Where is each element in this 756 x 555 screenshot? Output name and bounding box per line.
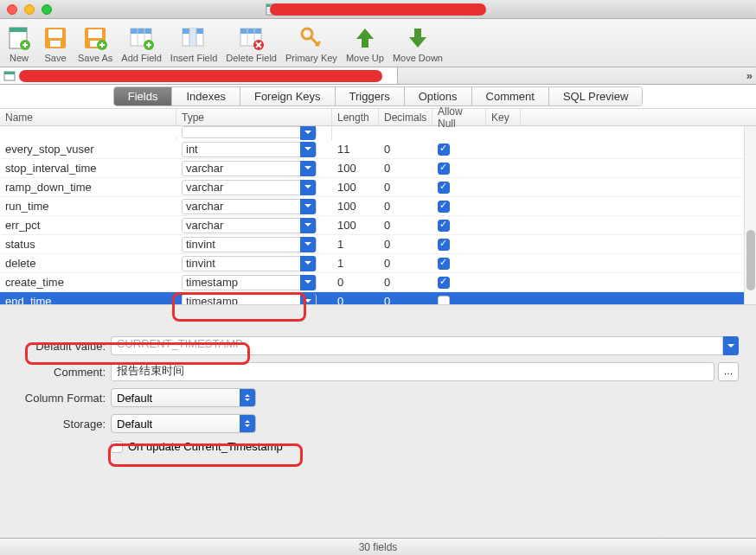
type-select[interactable]: int [182, 142, 317, 157]
default-value-dropdown[interactable] [723, 336, 739, 355]
field-decimals[interactable]: 0 [379, 141, 432, 157]
col-key[interactable]: Key [486, 109, 521, 125]
field-key[interactable] [486, 281, 521, 284]
field-key[interactable] [486, 205, 521, 208]
vertical-scrollbar[interactable] [744, 126, 756, 304]
minimize-window-button[interactable] [24, 4, 35, 15]
tab-sql-preview[interactable]: SQL Preview [549, 87, 642, 105]
field-row[interactable]: run_timevarchar1000 [0, 197, 756, 216]
field-key[interactable] [486, 224, 521, 227]
allow-null-checkbox[interactable] [438, 163, 450, 175]
deletefield-button[interactable]: Delete Field [226, 24, 277, 63]
col-name[interactable]: Name [0, 109, 176, 125]
allow-null-checkbox[interactable] [438, 201, 450, 213]
type-select[interactable]: varchar [182, 161, 317, 176]
new-button[interactable]: New [5, 24, 33, 63]
field-key[interactable] [486, 300, 521, 303]
field-row[interactable]: err_pctvarchar1000 [0, 216, 756, 235]
field-row[interactable]: every_stop_vuserint110 [0, 140, 756, 159]
fields-grid[interactable]: x every_stop_vuserint110stop_interval_ti… [0, 126, 756, 304]
tab-comment[interactable]: Comment [472, 87, 549, 105]
tab-fields[interactable]: Fields [114, 87, 173, 105]
field-name[interactable]: err_pct [0, 217, 176, 233]
field-row[interactable]: deletetinvint10 [0, 254, 756, 273]
type-select[interactable]: x [182, 126, 317, 138]
tab-triggers[interactable]: Triggers [336, 87, 405, 105]
allow-null-checkbox[interactable] [438, 239, 450, 251]
field-length[interactable]: 0 [332, 274, 379, 290]
moveup-button[interactable]: Move Up [346, 24, 384, 63]
primarykey-button[interactable]: Primary Key [285, 24, 337, 63]
col-decimals[interactable]: Decimals [379, 109, 432, 125]
field-row[interactable]: create_timetimestamp00 [0, 273, 756, 292]
field-length[interactable]: 11 [332, 141, 379, 157]
default-value-input[interactable]: CURRENT_TIMESTAMP [111, 336, 723, 355]
document-tab[interactable] [0, 67, 398, 84]
allow-null-checkbox[interactable] [438, 296, 450, 305]
field-length[interactable]: 100 [332, 217, 379, 233]
field-name[interactable]: ramp_down_time [0, 179, 176, 195]
field-row[interactable]: ramp_down_timevarchar1000 [0, 178, 756, 197]
field-decimals[interactable]: 0 [379, 293, 432, 304]
field-length[interactable]: 100 [332, 198, 379, 214]
insertfield-button[interactable]: Insert Field [170, 24, 217, 63]
type-select[interactable]: timestamp [182, 275, 317, 290]
tab-options[interactable]: Options [405, 87, 472, 105]
scroll-thumb[interactable] [746, 230, 755, 290]
field-decimals[interactable]: 0 [379, 236, 432, 252]
field-decimals[interactable]: 0 [379, 198, 432, 214]
field-length[interactable]: 0 [332, 293, 379, 304]
allow-null-checkbox[interactable] [438, 258, 450, 270]
field-row[interactable]: statustinvint10 [0, 235, 756, 254]
field-length[interactable]: 1 [332, 255, 379, 271]
field-length[interactable]: 100 [332, 179, 379, 195]
field-name[interactable]: every_stop_vuser [0, 141, 176, 157]
field-decimals[interactable]: 0 [379, 160, 432, 176]
field-decimals[interactable]: 0 [379, 255, 432, 271]
field-length[interactable]: 100 [332, 160, 379, 176]
col-type[interactable]: Type [176, 109, 332, 125]
field-row[interactable]: end_timetimestamp00 [0, 292, 756, 304]
field-name[interactable]: delete [0, 255, 176, 271]
field-decimals[interactable]: 0 [379, 179, 432, 195]
field-name[interactable]: status [0, 236, 176, 252]
field-decimals[interactable]: 0 [379, 274, 432, 290]
comment-expand-button[interactable]: … [718, 362, 739, 381]
allow-null-checkbox[interactable] [438, 220, 450, 232]
storage-select[interactable]: Default [111, 414, 256, 433]
tab-indexes[interactable]: Indexes [172, 87, 240, 105]
field-key[interactable] [486, 243, 521, 246]
saveas-button[interactable]: Save As [78, 24, 112, 63]
type-select[interactable]: timestamp [182, 294, 317, 305]
column-format-select[interactable]: Default [111, 388, 256, 407]
field-name[interactable]: run_time [0, 198, 176, 214]
field-name[interactable]: stop_interval_time [0, 160, 176, 176]
tabs-overflow-button[interactable]: » [746, 69, 753, 82]
addfield-button[interactable]: Add Field [121, 24, 161, 63]
on-update-checkbox[interactable] [111, 441, 123, 453]
field-row-partial[interactable]: x [0, 126, 756, 140]
type-select[interactable]: tinvint [182, 256, 317, 271]
tab-foreign-keys[interactable]: Foreign Keys [240, 87, 336, 105]
field-key[interactable] [486, 167, 521, 170]
comment-input[interactable]: 报告结束时间 [111, 362, 714, 381]
field-length[interactable]: 1 [332, 236, 379, 252]
allow-null-checkbox[interactable] [438, 144, 450, 156]
field-key[interactable] [486, 262, 521, 265]
field-key[interactable] [486, 186, 521, 189]
type-select[interactable]: tinvint [182, 237, 317, 252]
save-button[interactable]: Save [42, 24, 69, 63]
col-allownull[interactable]: Allow Null [432, 109, 486, 125]
close-window-button[interactable] [7, 4, 17, 15]
type-select[interactable]: varchar [182, 180, 317, 195]
allow-null-checkbox[interactable] [438, 277, 450, 289]
col-length[interactable]: Length [332, 109, 379, 125]
allow-null-checkbox[interactable] [438, 182, 450, 194]
type-select[interactable]: varchar [182, 218, 317, 233]
type-select[interactable]: varchar [182, 199, 317, 214]
zoom-window-button[interactable] [42, 4, 52, 15]
field-name[interactable]: create_time [0, 274, 176, 290]
field-name[interactable]: end_time [0, 293, 176, 304]
movedown-button[interactable]: Move Down [393, 24, 443, 63]
field-row[interactable]: stop_interval_timevarchar1000 [0, 159, 756, 178]
